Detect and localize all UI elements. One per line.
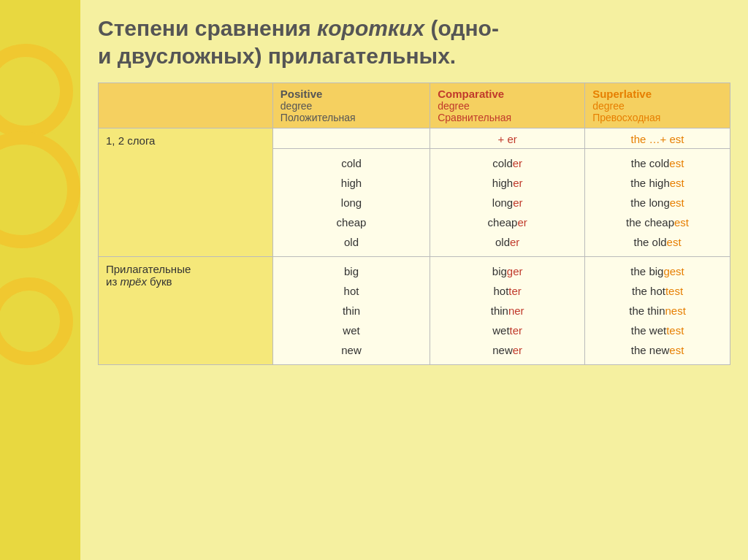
- decorative-circle-1: [0, 44, 73, 139]
- comparative-label-sub-ru: Сравнительная: [438, 112, 577, 123]
- row1-pattern-superlative: the …+ est: [585, 129, 730, 149]
- row2-superlative-words: the biggest the hottest the thinnest the…: [585, 257, 730, 365]
- comparison-table: Positive degree Положительная Comparativ…: [98, 83, 730, 365]
- row2-comparative-words: bigger hotter thinner wetter newer: [430, 257, 585, 365]
- superlative-label-sub-ru: Превосходная: [592, 112, 722, 123]
- row1-label: 1, 2 слога + er the …+ est: [99, 129, 730, 149]
- comparative-label-main: Comparative: [438, 88, 577, 100]
- positive-label-sub-en: degree: [280, 100, 422, 112]
- positive-label-sub-ru: Положительная: [280, 112, 422, 123]
- row1-label-cell: 1, 2 слога: [99, 129, 273, 257]
- header-positive: Positive degree Положительная: [272, 83, 430, 129]
- pattern-comparative-er: + er: [498, 133, 517, 145]
- row2-label-cell: Прилагательныеиз трёх букв: [99, 257, 273, 365]
- row1-pattern-positive: [272, 129, 430, 149]
- row1-superlative-words: the coldest the highest the longest the …: [585, 149, 730, 257]
- row1-comparative-words: colder higher longer cheaper older: [430, 149, 585, 257]
- comparative-label-sub-en: degree: [438, 100, 577, 112]
- row2: Прилагательныеиз трёх букв bighotthinwet…: [99, 257, 730, 365]
- decorative-circle-3: [0, 277, 73, 365]
- header-empty: [99, 83, 273, 129]
- row2-positive-words: bighotthinwetnew: [272, 257, 430, 365]
- left-decoration: [0, 0, 80, 560]
- positive-label-main: Positive: [280, 88, 422, 100]
- pattern-superlative-est: the …+ est: [631, 133, 684, 145]
- decorative-circle-2: [0, 131, 80, 248]
- superlative-label-main: Superlative: [592, 88, 722, 100]
- row1-pattern-comparative: + er: [430, 129, 585, 149]
- main-content: Степени сравнения коротких (одно-и двусл…: [80, 0, 748, 560]
- header-superlative: Superlative degree Превосходная: [585, 83, 730, 129]
- header-comparative: Comparative degree Сравнительная: [430, 83, 585, 129]
- row1-positive-words: coldhighlongcheapold: [272, 149, 430, 257]
- superlative-label-sub-en: degree: [592, 100, 722, 112]
- page-title: Степени сравнения коротких (одно-и двусл…: [98, 15, 730, 69]
